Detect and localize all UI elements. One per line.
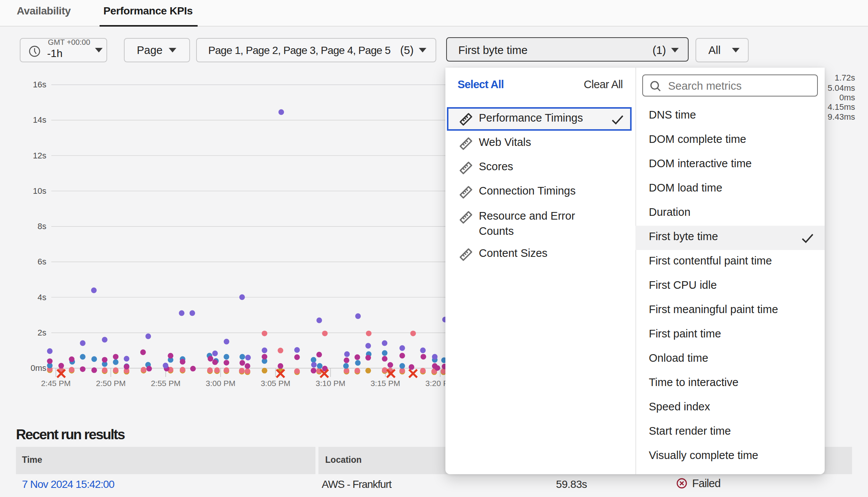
svg-text:10s: 10s	[33, 186, 46, 196]
svg-text:2s: 2s	[38, 328, 46, 337]
svg-text:6s: 6s	[38, 257, 46, 266]
svg-text:0ms: 0ms	[839, 93, 855, 102]
svg-text:3:05 PM: 3:05 PM	[261, 379, 290, 388]
svg-text:5.04ms: 5.04ms	[828, 83, 855, 93]
svg-text:12s: 12s	[33, 151, 46, 160]
svg-text:3:10 PM: 3:10 PM	[315, 379, 345, 388]
svg-text:2:55 PM: 2:55 PM	[151, 379, 181, 388]
svg-text:4.15ms: 4.15ms	[828, 102, 855, 112]
svg-text:0ms: 0ms	[30, 363, 46, 373]
svg-text:8s: 8s	[38, 222, 46, 231]
svg-text:3:15 PM: 3:15 PM	[371, 379, 400, 388]
svg-text:1.72s: 1.72s	[835, 73, 855, 82]
svg-text:2:50 PM: 2:50 PM	[96, 379, 125, 388]
svg-text:4s: 4s	[38, 293, 46, 302]
svg-text:16s: 16s	[33, 80, 46, 89]
svg-text:2:45 PM: 2:45 PM	[41, 379, 71, 388]
svg-text:3:00 PM: 3:00 PM	[206, 379, 235, 388]
svg-text:14s: 14s	[33, 115, 46, 125]
svg-text:9.43ms: 9.43ms	[828, 112, 855, 122]
